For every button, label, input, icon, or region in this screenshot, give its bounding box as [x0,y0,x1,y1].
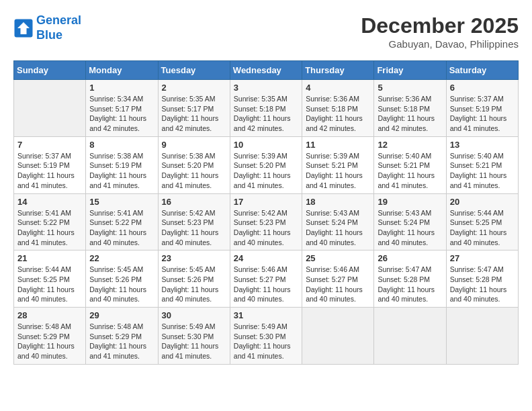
day-info: Sunrise: 5:39 AMSunset: 5:21 PMDaylight:… [306,151,370,191]
day-number: 31 [234,310,298,320]
day-info: Sunrise: 5:37 AMSunset: 5:19 PMDaylight:… [17,151,82,191]
day-info: Sunrise: 5:35 AMSunset: 5:18 PMDaylight:… [234,94,298,134]
calendar-cell: 28Sunrise: 5:48 AMSunset: 5:29 PMDayligh… [14,308,86,365]
day-number: 8 [89,140,154,150]
calendar-cell: 24Sunrise: 5:46 AMSunset: 5:27 PMDayligh… [230,250,302,308]
calendar-cell: 22Sunrise: 5:45 AMSunset: 5:26 PMDayligh… [86,250,158,308]
calendar-week-row: 1Sunrise: 5:34 AMSunset: 5:17 PMDaylight… [14,80,519,137]
calendar-cell: 17Sunrise: 5:42 AMSunset: 5:23 PMDayligh… [230,193,302,250]
logo-text: General Blue [36,13,81,42]
calendar-cell: 12Sunrise: 5:40 AMSunset: 5:21 PMDayligh… [374,136,446,193]
calendar-cell: 19Sunrise: 5:43 AMSunset: 5:24 PMDayligh… [374,193,446,250]
day-number: 5 [378,83,442,93]
day-number: 27 [450,253,515,263]
day-info: Sunrise: 5:38 AMSunset: 5:20 PMDaylight:… [162,151,226,191]
day-number: 17 [234,197,298,207]
day-number: 14 [17,197,82,207]
day-info: Sunrise: 5:41 AMSunset: 5:22 PMDaylight:… [17,208,82,248]
day-number: 18 [306,197,370,207]
calendar-cell: 29Sunrise: 5:48 AMSunset: 5:29 PMDayligh… [86,308,158,365]
calendar-cell [446,308,518,365]
day-number: 30 [162,310,226,320]
day-info: Sunrise: 5:42 AMSunset: 5:23 PMDaylight:… [234,208,298,248]
calendar-cell: 8Sunrise: 5:38 AMSunset: 5:19 PMDaylight… [86,136,158,193]
calendar-cell: 18Sunrise: 5:43 AMSunset: 5:24 PMDayligh… [302,193,374,250]
day-info: Sunrise: 5:43 AMSunset: 5:24 PMDaylight:… [306,208,370,248]
day-number: 7 [17,140,82,150]
day-info: Sunrise: 5:49 AMSunset: 5:30 PMDaylight:… [234,322,298,361]
logo-icon [13,18,34,38]
day-info: Sunrise: 5:47 AMSunset: 5:28 PMDaylight:… [378,265,442,304]
calendar-cell: 26Sunrise: 5:47 AMSunset: 5:28 PMDayligh… [374,250,446,308]
day-info: Sunrise: 5:35 AMSunset: 5:17 PMDaylight:… [162,94,226,134]
day-number: 28 [17,310,82,320]
calendar-cell: 25Sunrise: 5:46 AMSunset: 5:27 PMDayligh… [302,250,374,308]
day-info: Sunrise: 5:44 AMSunset: 5:25 PMDaylight:… [450,208,515,248]
logo: General Blue [13,13,81,42]
calendar-day-header: Wednesday [230,61,302,80]
day-info: Sunrise: 5:36 AMSunset: 5:18 PMDaylight:… [306,94,370,134]
calendar-cell: 27Sunrise: 5:47 AMSunset: 5:28 PMDayligh… [446,250,518,308]
day-number: 11 [306,140,370,150]
logo-line2: Blue [36,28,81,43]
day-number: 24 [234,253,298,263]
day-number: 13 [450,140,515,150]
calendar-cell: 30Sunrise: 5:49 AMSunset: 5:30 PMDayligh… [158,308,230,365]
day-number: 22 [89,253,154,263]
day-info: Sunrise: 5:49 AMSunset: 5:30 PMDaylight:… [162,322,226,361]
day-info: Sunrise: 5:40 AMSunset: 5:21 PMDaylight:… [378,151,442,191]
day-info: Sunrise: 5:44 AMSunset: 5:25 PMDaylight:… [17,265,82,304]
day-number: 23 [162,253,226,263]
day-number: 16 [162,197,226,207]
day-info: Sunrise: 5:46 AMSunset: 5:27 PMDaylight:… [306,265,370,304]
calendar-cell: 20Sunrise: 5:44 AMSunset: 5:25 PMDayligh… [446,193,518,250]
calendar-table: SundayMondayTuesdayWednesdayThursdayFrid… [13,60,519,365]
day-info: Sunrise: 5:43 AMSunset: 5:24 PMDaylight:… [378,208,442,248]
calendar-cell: 23Sunrise: 5:45 AMSunset: 5:26 PMDayligh… [158,250,230,308]
day-number: 12 [378,140,442,150]
day-number: 19 [378,197,442,207]
calendar-cell: 13Sunrise: 5:40 AMSunset: 5:21 PMDayligh… [446,136,518,193]
calendar-cell [374,308,446,365]
calendar-cell: 21Sunrise: 5:44 AMSunset: 5:25 PMDayligh… [14,250,86,308]
day-info: Sunrise: 5:41 AMSunset: 5:22 PMDaylight:… [89,208,154,248]
calendar-week-row: 14Sunrise: 5:41 AMSunset: 5:22 PMDayligh… [14,193,519,250]
day-number: 29 [89,310,154,320]
calendar-day-header: Thursday [302,61,374,80]
calendar-day-header: Sunday [14,61,86,80]
calendar-cell: 6Sunrise: 5:37 AMSunset: 5:19 PMDaylight… [446,80,518,137]
calendar-cell: 10Sunrise: 5:39 AMSunset: 5:20 PMDayligh… [230,136,302,193]
calendar-cell: 5Sunrise: 5:36 AMSunset: 5:18 PMDaylight… [374,80,446,137]
calendar-cell: 31Sunrise: 5:49 AMSunset: 5:30 PMDayligh… [230,308,302,365]
day-info: Sunrise: 5:46 AMSunset: 5:27 PMDaylight:… [234,265,298,304]
calendar-week-row: 7Sunrise: 5:37 AMSunset: 5:19 PMDaylight… [14,136,519,193]
calendar-header-row: SundayMondayTuesdayWednesdayThursdayFrid… [14,61,519,80]
day-info: Sunrise: 5:45 AMSunset: 5:26 PMDaylight:… [162,265,226,304]
calendar-cell [302,308,374,365]
calendar-cell: 14Sunrise: 5:41 AMSunset: 5:22 PMDayligh… [14,193,86,250]
calendar-cell: 3Sunrise: 5:35 AMSunset: 5:18 PMDaylight… [230,80,302,137]
day-number: 26 [378,253,442,263]
calendar-week-row: 28Sunrise: 5:48 AMSunset: 5:29 PMDayligh… [14,308,519,365]
calendar-day-header: Friday [374,61,446,80]
calendar-day-header: Monday [86,61,158,80]
calendar-cell: 15Sunrise: 5:41 AMSunset: 5:22 PMDayligh… [86,193,158,250]
day-info: Sunrise: 5:38 AMSunset: 5:19 PMDaylight:… [89,151,154,191]
day-info: Sunrise: 5:36 AMSunset: 5:18 PMDaylight:… [378,94,442,134]
day-number: 3 [234,83,298,93]
location-subtitle: Gabuyan, Davao, Philippines [361,38,519,50]
day-info: Sunrise: 5:39 AMSunset: 5:20 PMDaylight:… [234,151,298,191]
calendar-cell: 2Sunrise: 5:35 AMSunset: 5:17 PMDaylight… [158,80,230,137]
header: General Blue December 2025 Gabuyan, Dava… [13,13,519,50]
day-number: 21 [17,253,82,263]
day-info: Sunrise: 5:34 AMSunset: 5:17 PMDaylight:… [89,94,154,134]
day-number: 2 [162,83,226,93]
calendar-day-header: Saturday [446,61,518,80]
day-number: 6 [450,83,515,93]
day-number: 20 [450,197,515,207]
calendar-cell: 7Sunrise: 5:37 AMSunset: 5:19 PMDaylight… [14,136,86,193]
day-number: 1 [89,83,154,93]
day-number: 4 [306,83,370,93]
day-number: 9 [162,140,226,150]
day-number: 15 [89,197,154,207]
